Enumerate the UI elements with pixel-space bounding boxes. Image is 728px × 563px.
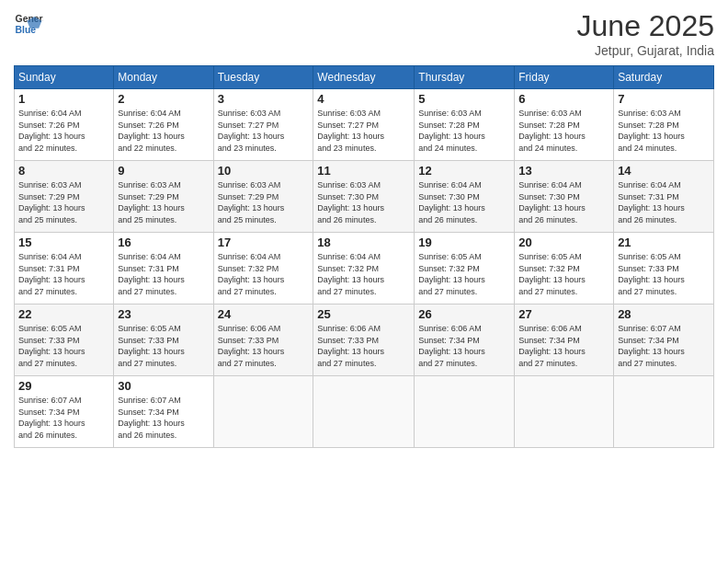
calendar-cell: 1Sunrise: 6:04 AM Sunset: 7:26 PM Daylig… xyxy=(15,89,114,161)
day-number: 2 xyxy=(118,92,209,106)
weekday-header-row: SundayMondayTuesdayWednesdayThursdayFrid… xyxy=(15,66,714,89)
day-info: Sunrise: 6:04 AM Sunset: 7:31 PM Dayligh… xyxy=(618,179,710,225)
day-number: 10 xyxy=(218,164,310,178)
calendar-cell: 20Sunrise: 6:05 AM Sunset: 7:32 PM Dayli… xyxy=(515,233,614,304)
day-number: 6 xyxy=(518,92,609,106)
calendar-week-5: 29Sunrise: 6:07 AM Sunset: 7:34 PM Dayli… xyxy=(15,376,714,448)
title-block: June 2025 Jetpur, Gujarat, India xyxy=(577,9,714,58)
day-number: 30 xyxy=(118,379,209,393)
calendar-cell: 28Sunrise: 6:07 AM Sunset: 7:34 PM Dayli… xyxy=(614,304,714,376)
weekday-friday: Friday xyxy=(515,66,614,89)
day-number: 4 xyxy=(317,92,410,106)
calendar-cell: 16Sunrise: 6:04 AM Sunset: 7:31 PM Dayli… xyxy=(114,233,213,304)
day-info: Sunrise: 6:04 AM Sunset: 7:31 PM Dayligh… xyxy=(118,251,209,297)
day-number: 24 xyxy=(218,307,310,321)
calendar-cell: 26Sunrise: 6:06 AM Sunset: 7:34 PM Dayli… xyxy=(415,304,515,376)
logo: General Blue xyxy=(14,9,43,39)
day-info: Sunrise: 6:05 AM Sunset: 7:33 PM Dayligh… xyxy=(118,323,209,369)
day-number: 15 xyxy=(18,236,109,249)
day-number: 7 xyxy=(618,92,710,106)
day-number: 26 xyxy=(418,307,510,321)
calendar-cell xyxy=(313,376,415,448)
calendar-cell: 19Sunrise: 6:05 AM Sunset: 7:32 PM Dayli… xyxy=(415,233,515,304)
calendar-cell: 29Sunrise: 6:07 AM Sunset: 7:34 PM Dayli… xyxy=(15,376,114,448)
day-info: Sunrise: 6:05 AM Sunset: 7:33 PM Dayligh… xyxy=(18,323,109,369)
calendar-cell xyxy=(614,376,714,448)
calendar-cell: 21Sunrise: 6:05 AM Sunset: 7:33 PM Dayli… xyxy=(614,233,714,304)
day-number: 20 xyxy=(518,236,609,249)
calendar-cell: 8Sunrise: 6:03 AM Sunset: 7:29 PM Daylig… xyxy=(15,161,114,233)
day-info: Sunrise: 6:03 AM Sunset: 7:28 PM Dayligh… xyxy=(618,108,710,154)
calendar-cell: 30Sunrise: 6:07 AM Sunset: 7:34 PM Dayli… xyxy=(114,376,213,448)
calendar-cell: 4Sunrise: 6:03 AM Sunset: 7:27 PM Daylig… xyxy=(313,89,415,161)
day-number: 27 xyxy=(518,307,609,321)
calendar-cell: 17Sunrise: 6:04 AM Sunset: 7:32 PM Dayli… xyxy=(213,233,313,304)
day-number: 23 xyxy=(118,307,209,321)
day-number: 8 xyxy=(18,164,109,178)
day-info: Sunrise: 6:05 AM Sunset: 7:33 PM Dayligh… xyxy=(618,251,710,297)
weekday-thursday: Thursday xyxy=(415,66,515,89)
calendar-cell: 10Sunrise: 6:03 AM Sunset: 7:29 PM Dayli… xyxy=(213,161,313,233)
day-info: Sunrise: 6:03 AM Sunset: 7:27 PM Dayligh… xyxy=(317,108,410,154)
day-info: Sunrise: 6:07 AM Sunset: 7:34 PM Dayligh… xyxy=(618,323,710,369)
calendar-cell: 15Sunrise: 6:04 AM Sunset: 7:31 PM Dayli… xyxy=(15,233,114,304)
day-info: Sunrise: 6:04 AM Sunset: 7:26 PM Dayligh… xyxy=(118,108,209,154)
calendar-cell: 18Sunrise: 6:04 AM Sunset: 7:32 PM Dayli… xyxy=(313,233,415,304)
calendar-cell: 11Sunrise: 6:03 AM Sunset: 7:30 PM Dayli… xyxy=(313,161,415,233)
weekday-saturday: Saturday xyxy=(614,66,714,89)
day-info: Sunrise: 6:03 AM Sunset: 7:27 PM Dayligh… xyxy=(218,108,310,154)
day-number: 19 xyxy=(418,236,510,249)
day-number: 21 xyxy=(618,236,710,249)
day-number: 5 xyxy=(418,92,510,106)
day-info: Sunrise: 6:04 AM Sunset: 7:30 PM Dayligh… xyxy=(518,179,609,225)
day-number: 16 xyxy=(118,236,209,249)
calendar-table: SundayMondayTuesdayWednesdayThursdayFrid… xyxy=(14,65,714,448)
day-info: Sunrise: 6:04 AM Sunset: 7:26 PM Dayligh… xyxy=(18,108,109,154)
day-number: 12 xyxy=(418,164,510,178)
calendar-cell xyxy=(213,376,313,448)
calendar-week-2: 8Sunrise: 6:03 AM Sunset: 7:29 PM Daylig… xyxy=(15,161,714,233)
calendar-week-4: 22Sunrise: 6:05 AM Sunset: 7:33 PM Dayli… xyxy=(15,304,714,376)
day-info: Sunrise: 6:05 AM Sunset: 7:32 PM Dayligh… xyxy=(418,251,510,297)
day-number: 13 xyxy=(518,164,609,178)
day-number: 1 xyxy=(18,92,109,106)
calendar-cell: 12Sunrise: 6:04 AM Sunset: 7:30 PM Dayli… xyxy=(415,161,515,233)
calendar-week-1: 1Sunrise: 6:04 AM Sunset: 7:26 PM Daylig… xyxy=(15,89,714,161)
day-number: 28 xyxy=(618,307,710,321)
calendar-cell: 3Sunrise: 6:03 AM Sunset: 7:27 PM Daylig… xyxy=(213,89,313,161)
calendar-cell: 23Sunrise: 6:05 AM Sunset: 7:33 PM Dayli… xyxy=(114,304,213,376)
page-header: General Blue June 2025 Jetpur, Gujarat, … xyxy=(14,9,714,58)
day-info: Sunrise: 6:06 AM Sunset: 7:33 PM Dayligh… xyxy=(218,323,310,369)
day-info: Sunrise: 6:03 AM Sunset: 7:29 PM Dayligh… xyxy=(18,179,109,225)
calendar-cell: 5Sunrise: 6:03 AM Sunset: 7:28 PM Daylig… xyxy=(415,89,515,161)
location: Jetpur, Gujarat, India xyxy=(577,43,714,58)
weekday-sunday: Sunday xyxy=(15,66,114,89)
calendar-cell xyxy=(515,376,614,448)
day-number: 22 xyxy=(18,307,109,321)
day-info: Sunrise: 6:03 AM Sunset: 7:28 PM Dayligh… xyxy=(518,108,609,154)
day-info: Sunrise: 6:07 AM Sunset: 7:34 PM Dayligh… xyxy=(18,395,109,441)
calendar-cell: 24Sunrise: 6:06 AM Sunset: 7:33 PM Dayli… xyxy=(213,304,313,376)
weekday-tuesday: Tuesday xyxy=(213,66,313,89)
day-number: 9 xyxy=(118,164,209,178)
day-info: Sunrise: 6:06 AM Sunset: 7:33 PM Dayligh… xyxy=(317,323,410,369)
day-info: Sunrise: 6:04 AM Sunset: 7:32 PM Dayligh… xyxy=(218,251,310,297)
weekday-monday: Monday xyxy=(114,66,213,89)
day-info: Sunrise: 6:03 AM Sunset: 7:30 PM Dayligh… xyxy=(317,179,410,225)
calendar-cell: 14Sunrise: 6:04 AM Sunset: 7:31 PM Dayli… xyxy=(614,161,714,233)
day-number: 18 xyxy=(317,236,410,249)
day-info: Sunrise: 6:04 AM Sunset: 7:32 PM Dayligh… xyxy=(317,251,410,297)
calendar-cell xyxy=(415,376,515,448)
calendar-body: 1Sunrise: 6:04 AM Sunset: 7:26 PM Daylig… xyxy=(15,89,714,448)
calendar-cell: 25Sunrise: 6:06 AM Sunset: 7:33 PM Dayli… xyxy=(313,304,415,376)
day-number: 17 xyxy=(218,236,310,249)
day-number: 25 xyxy=(317,307,410,321)
day-info: Sunrise: 6:07 AM Sunset: 7:34 PM Dayligh… xyxy=(118,395,209,441)
day-info: Sunrise: 6:03 AM Sunset: 7:29 PM Dayligh… xyxy=(118,179,209,225)
day-info: Sunrise: 6:03 AM Sunset: 7:29 PM Dayligh… xyxy=(218,179,310,225)
calendar-cell: 7Sunrise: 6:03 AM Sunset: 7:28 PM Daylig… xyxy=(614,89,714,161)
calendar-cell: 9Sunrise: 6:03 AM Sunset: 7:29 PM Daylig… xyxy=(114,161,213,233)
day-number: 11 xyxy=(317,164,410,178)
calendar-cell: 27Sunrise: 6:06 AM Sunset: 7:34 PM Dayli… xyxy=(515,304,614,376)
day-info: Sunrise: 6:05 AM Sunset: 7:32 PM Dayligh… xyxy=(518,251,609,297)
